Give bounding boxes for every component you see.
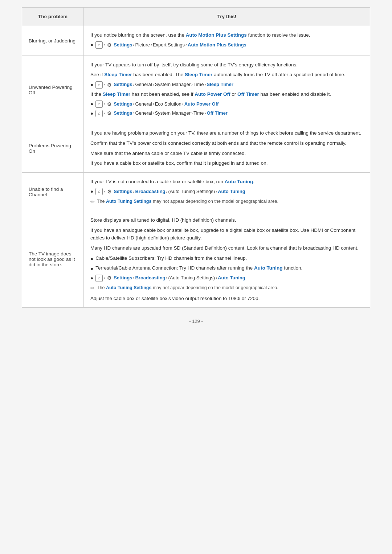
off-timer: Off Timer — [237, 91, 259, 97]
nav-settings: Settings — [114, 188, 132, 196]
highlight-auto-motion: Auto Motion Plus Settings — [186, 32, 247, 38]
try-content: If your TV appears to turn off by itself… — [84, 56, 370, 124]
intro-text: If you notice blurring on the screen, us… — [90, 31, 363, 39]
chevron-icon: › — [103, 100, 105, 107]
para1-text: Store displays are all tuned to digital,… — [90, 216, 363, 224]
nav-eco: Eco Solution — [155, 100, 181, 108]
nav-path-broadcasting: ● ⌂ › ⚙ Settings › Broadcasting › (Auto … — [90, 274, 363, 282]
bullet-dot: ● — [90, 255, 93, 263]
nav-off-timer: Off Timer — [207, 110, 228, 117]
try-content: If your TV is not connected to a cable b… — [84, 172, 370, 211]
para2-text: If you have an analogue cable box or sat… — [90, 226, 363, 242]
home-icon: ⌂ — [95, 41, 103, 49]
nav-settings: Settings — [114, 110, 132, 117]
table-row: Unwanted Powering Off If your TV appears… — [22, 56, 370, 124]
chevron-icon: › — [103, 41, 105, 48]
chevron-icon: › — [133, 100, 134, 107]
nav-settings: Settings — [114, 100, 132, 108]
chevron-icon: › — [166, 275, 168, 282]
problem-label: Unwanted Powering Off — [22, 56, 84, 124]
home-icon: ⌂ — [95, 188, 103, 195]
nav-path-autotuning: ● ⌂ › ⚙ Settings › Broadcasting › (Auto … — [90, 188, 363, 196]
home-icon: ⌂ — [95, 81, 103, 89]
header-try: Try this! — [84, 8, 370, 26]
nav-picture: Picture — [135, 41, 150, 49]
note-line-2: ✏ The Auto Tuning Settings may not appea… — [90, 284, 363, 292]
auto-tuning-link: Auto Tuning — [225, 179, 253, 184]
bullet-dot: ● — [90, 265, 93, 273]
bullet-dot: ● — [90, 110, 93, 118]
auto-power-off: Auto Power Off — [195, 91, 230, 97]
nav-auto-power: Auto Power Off — [184, 100, 219, 108]
chevron-icon: › — [182, 100, 184, 107]
chevron-icon: › — [204, 81, 206, 88]
para2-text: Confirm that the TV's power cord is conn… — [90, 139, 363, 147]
table-row: Blurring, or Juddering If you notice blu… — [22, 26, 370, 56]
try-content: If you are having problems powering on y… — [84, 124, 370, 172]
nav-amp: Auto Motion Plus Settings — [188, 41, 246, 49]
bullet-list: ● Cable/Satellite Subscribers: Try HD ch… — [90, 254, 363, 273]
nav-path-offtimer: ● ⌂ › ⚙ Settings › General › System Mana… — [90, 110, 363, 118]
chevron-icon: › — [103, 110, 105, 117]
sleep-timer-2: Sleep Timer — [185, 72, 212, 77]
gear-icon: ⚙ — [106, 81, 113, 89]
para1-text: If your TV is not connected to a cable b… — [90, 178, 363, 186]
para3-text: Many HD channels are upscaled from SD (S… — [90, 244, 363, 252]
gear-icon: ⚙ — [106, 275, 113, 282]
nav-expert: Expert Settings — [153, 41, 185, 49]
bullet-dot: ● — [90, 81, 93, 89]
problem-label: Problems Powering On — [22, 124, 84, 172]
chevron-icon: › — [103, 275, 105, 282]
last-para-text: Adjust the cable box or satellite box's … — [90, 295, 363, 303]
chevron-icon: › — [191, 110, 193, 117]
bullet-dot: ● — [90, 100, 93, 108]
bullet-dot: ● — [90, 274, 93, 282]
para4-text: If you have a cable box or satellite box… — [90, 159, 363, 167]
problem-label: The TV image does not look as good as it… — [22, 211, 84, 308]
home-icon: ⌂ — [95, 100, 103, 108]
table-row: Problems Powering On If you are having p… — [22, 124, 370, 172]
chevron-icon: › — [153, 110, 154, 117]
chevron-icon: › — [166, 188, 168, 195]
bullet-item-2: ● Terrestrial/Cable Antenna Connection: … — [90, 264, 363, 273]
try-content: Store displays are all tuned to digital,… — [84, 211, 370, 308]
nav-settings: Settings — [114, 274, 132, 282]
bullet-item-1: ● Cable/Satellite Subscribers: Try HD ch… — [90, 254, 363, 263]
gear-icon: ⚙ — [106, 41, 113, 49]
nav-autotuning-2: Auto Tuning — [218, 274, 245, 282]
nav-time2: Time — [193, 110, 204, 117]
gear-icon: ⚙ — [106, 188, 113, 195]
nav-sysmanager: System Manager — [155, 81, 191, 89]
sleep-timer-1: Sleep Timer — [104, 72, 132, 77]
bullet-dot: ● — [90, 188, 93, 196]
nav-general: General — [135, 100, 152, 108]
para1-text: If your TV appears to turn off by itself… — [90, 61, 363, 69]
nav-path-eco: ● ⌂ › ⚙ Settings › General › Eco Solutio… — [90, 100, 363, 108]
chevron-icon: › — [191, 81, 193, 88]
problem-label: Blurring, or Juddering — [22, 26, 84, 56]
nav-sysmanager2: System Manager — [155, 110, 191, 117]
note-line: ✏ The Auto Tuning Settings may not appea… — [90, 198, 363, 206]
chevron-icon: › — [133, 81, 134, 88]
chevron-icon: › — [153, 100, 154, 107]
page-footer: - 129 - — [22, 319, 370, 324]
chevron-icon: › — [216, 188, 217, 195]
chevron-icon: › — [133, 110, 134, 117]
nav-path-sleep: ● ⌂ › ⚙ Settings › General › System Mana… — [90, 81, 363, 89]
page-number: - 129 - — [189, 319, 203, 324]
nav-broadcasting: Broadcasting — [135, 188, 165, 196]
table-row: The TV image does not look as good as it… — [22, 211, 370, 308]
nav-broadcasting-2: Broadcasting — [135, 274, 165, 282]
chevron-icon: › — [204, 110, 206, 117]
note-text-2: The Auto Tuning Settings may not appear … — [97, 284, 278, 291]
chevron-icon: › — [133, 41, 134, 48]
chevron-icon: › — [133, 188, 134, 195]
para2-text: See if Sleep Timer has been enabled. The… — [90, 71, 363, 79]
chevron-icon: › — [185, 41, 187, 48]
chevron-icon: › — [133, 275, 134, 282]
try-content: If you notice blurring on the screen, us… — [84, 26, 370, 56]
nav-general: General — [135, 81, 152, 89]
problem-label: Unable to find a Channel — [22, 172, 84, 211]
chevron-icon: › — [103, 188, 105, 195]
note-highlight: Auto Tuning Settings — [106, 199, 151, 204]
